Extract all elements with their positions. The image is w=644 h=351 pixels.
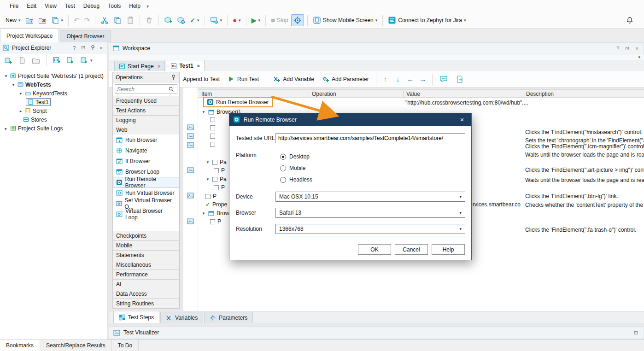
dialog-title-bar[interactable]: Run Remote Browser ×	[229, 113, 471, 126]
step-row-partial[interactable]	[210, 134, 215, 139]
operations-search-input[interactable]	[117, 86, 167, 93]
run-button[interactable]: ▶ ▾	[250, 14, 262, 26]
step-description[interactable]: Clicks the 'FindElement(".btn-lg")' link…	[525, 193, 618, 199]
run-project-suite-button[interactable]: ▾	[78, 54, 94, 66]
category-ai[interactable]: AI	[113, 279, 179, 289]
category-statements[interactable]: Statements	[113, 250, 179, 260]
tab-object-browser[interactable]: Object Browser	[60, 30, 111, 42]
step-row-partial[interactable]	[210, 117, 215, 122]
close-project-button[interactable]	[36, 14, 48, 26]
move-right-button[interactable]: →	[417, 75, 428, 83]
operation-if-browser[interactable]: If Browser	[113, 156, 179, 166]
category-miscellaneous[interactable]: Miscellaneous	[113, 260, 179, 269]
step-checkbox[interactable]	[205, 194, 211, 199]
add-parameter-button[interactable]: Add Parameter	[319, 73, 372, 85]
category-web[interactable]: Web	[113, 125, 179, 135]
platform-headless-radio[interactable]: Headless	[280, 176, 312, 183]
category-data-access[interactable]: Data Access	[113, 289, 179, 298]
menu-help[interactable]: Help	[125, 1, 145, 11]
category-logging[interactable]: Logging	[113, 115, 179, 125]
step-row-partial[interactable]: ▾ Brows	[201, 210, 232, 216]
cancel-button[interactable]: Cancel	[395, 244, 428, 255]
run-test-button[interactable]: Run Test	[224, 73, 262, 85]
tab-parameters[interactable]: Parameters	[204, 312, 253, 323]
test-visualizer-panel[interactable]: Test Visualizer ⊡	[109, 326, 644, 339]
tab-test1[interactable]: Test1 ×	[166, 60, 205, 71]
tab-test-steps[interactable]: Test Steps	[113, 311, 159, 323]
explorer-maximize-icon[interactable]: ⊡	[80, 45, 87, 51]
expander-icon[interactable]: ▾	[18, 91, 23, 96]
step-row-partial[interactable]: P	[205, 193, 217, 199]
move-up-button[interactable]: ↑	[380, 75, 391, 83]
tested-site-url-input[interactable]	[275, 133, 465, 143]
platform-desktop-radio[interactable]: Desktop	[280, 153, 310, 160]
tree-item-stores[interactable]: Stores	[0, 115, 107, 124]
operation-run-browser[interactable]: Run Browser	[113, 135, 179, 145]
new-dropdown-icon[interactable]: ▾	[18, 18, 21, 23]
notifications-button[interactable]	[624, 14, 636, 26]
step-checkbox[interactable]	[210, 142, 215, 147]
tree-item-keywordtests[interactable]: ▾ KeywordTests	[0, 89, 107, 98]
menu-overflow-icon[interactable]: ▾	[146, 4, 149, 9]
step-checkbox[interactable]	[212, 177, 217, 182]
step-row-partial[interactable]: P	[214, 167, 225, 174]
step-checkbox[interactable]	[210, 125, 215, 130]
category-checkpoints[interactable]: Checkpoints	[113, 231, 179, 240]
step-description[interactable]: Clicks the 'FindElement("#instasearch")'…	[525, 129, 643, 135]
open-item-button[interactable]	[30, 54, 42, 66]
column-separator[interactable]	[309, 91, 309, 97]
explorer-close-icon[interactable]: ×	[99, 45, 104, 51]
expander-icon[interactable]: ▾	[205, 177, 210, 181]
expander-icon[interactable]: ▸	[18, 109, 23, 113]
step-checkbox[interactable]	[210, 117, 215, 122]
tree-item-webtests[interactable]: ▾ WebTests	[0, 80, 107, 89]
expander-icon[interactable]: ▾	[4, 74, 8, 78]
checked-run-dropdown-icon[interactable]: ▾	[197, 18, 199, 23]
run-dropdown-icon[interactable]: ▾	[258, 18, 260, 23]
category-frequently-used[interactable]: Frequently Used	[113, 96, 179, 105]
browser-dropdown-icon[interactable]: ▾	[459, 211, 462, 215]
step-row-properties-checkpoint[interactable]: ✓ Prope	[205, 201, 227, 208]
tree-item-project-suite-logs[interactable]: ▸ Project Suite Logs	[0, 124, 107, 133]
copy-button[interactable]	[111, 14, 123, 26]
show-mobile-dropdown-icon[interactable]: ▾	[375, 18, 378, 23]
new-button[interactable]: New ▾	[4, 14, 23, 26]
thumbnail-icon[interactable]	[187, 124, 194, 131]
step-row-partial[interactable]: ▾ Pa	[205, 176, 227, 182]
expander-icon[interactable]: ▾	[11, 82, 16, 87]
step-value[interactable]: "http://hub.crossbrowsertesting.com:80/w…	[405, 99, 528, 106]
save-all-button[interactable]: ▾	[49, 14, 65, 26]
generate-code-button[interactable]	[51, 54, 63, 66]
export-steps-button[interactable]	[452, 73, 467, 85]
add-web-test-button[interactable]	[175, 14, 187, 26]
delete-button[interactable]	[143, 14, 155, 26]
step-checkbox[interactable]	[214, 168, 219, 173]
run-suite-dropdown-icon[interactable]: ▾	[90, 58, 93, 63]
checked-run-button[interactable]: ✓ ▾	[188, 14, 201, 26]
expander-icon[interactable]: ▾	[205, 160, 210, 164]
cut-button[interactable]	[99, 14, 111, 26]
operation-navigate[interactable]: Navigate	[113, 145, 179, 156]
platform-mobile-radio[interactable]: Mobile	[280, 164, 305, 172]
tab-project-workspace[interactable]: Project Workspace	[0, 29, 59, 42]
ok-button[interactable]: OK	[358, 244, 391, 255]
tree-item-script[interactable]: ▸ Script	[0, 106, 107, 115]
expander-icon[interactable]: ▾	[201, 110, 206, 114]
save-dropdown-icon[interactable]: ▾	[61, 18, 64, 23]
add-variable-button[interactable]: Add Variable	[270, 73, 317, 85]
step-row-partial[interactable]: ▾ Pa	[205, 159, 227, 165]
menu-test[interactable]: Test	[61, 1, 79, 11]
pause-on-breakpoint-button[interactable]	[291, 14, 304, 26]
tab-close-icon[interactable]: ×	[158, 64, 160, 69]
menu-edit[interactable]: Edit	[23, 1, 41, 11]
add-test-item-button[interactable]	[162, 14, 174, 26]
explorer-help-icon[interactable]: ?	[71, 45, 77, 51]
thumbnail-icon[interactable]	[187, 192, 194, 199]
tab-bookmarks[interactable]: Bookmarks	[0, 340, 40, 351]
step-row-partial[interactable]: P	[214, 184, 225, 191]
record-dropdown-icon[interactable]: ▾	[239, 18, 241, 23]
step-description[interactable]: Sets the text 'chronograph' in the 'Find…	[525, 137, 644, 144]
search-icon[interactable]	[168, 86, 174, 92]
column-item[interactable]: Item	[201, 91, 212, 97]
thumbnail-icon[interactable]	[187, 167, 194, 174]
